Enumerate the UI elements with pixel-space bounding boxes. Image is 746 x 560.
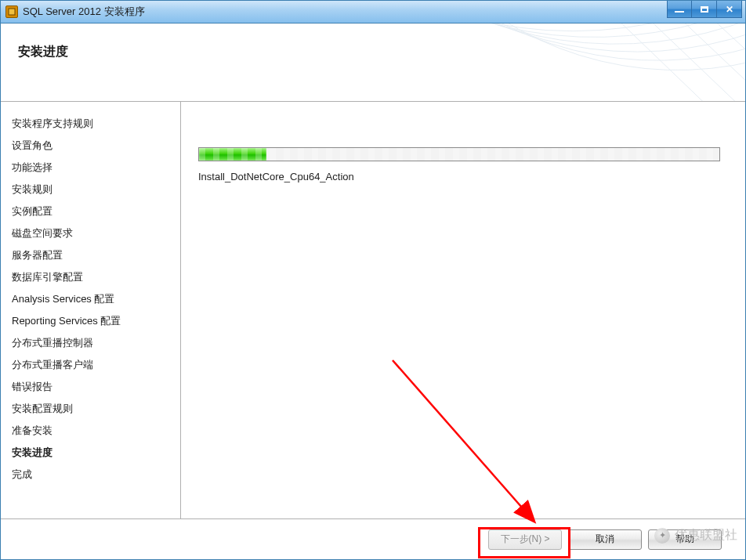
step-item[interactable]: 安装配置规则 [12,398,177,420]
header-decoration [369,23,745,102]
svg-line-5 [698,23,745,47]
window-controls [667,1,742,18]
step-item[interactable]: 完成 [12,464,177,486]
maximize-button[interactable] [692,1,717,18]
svg-line-3 [636,23,745,102]
step-item[interactable]: 服务器配置 [12,244,177,266]
titlebar[interactable]: SQL Server 2012 安装程序 [0,0,746,23]
step-item[interactable]: 分布式重播客户端 [12,354,177,376]
step-list: 安装程序支持规则设置角色功能选择安装规则实例配置磁盘空间要求服务器配置数据库引擎… [12,113,177,486]
help-button[interactable]: 帮助 [648,529,722,550]
minimize-button[interactable] [667,1,692,18]
svg-rect-0 [9,9,15,15]
content-pane: Install_DotNetCore_Cpu64_Action [181,102,745,518]
svg-line-4 [667,23,745,78]
step-item[interactable]: 数据库引擎配置 [12,266,177,288]
client-area: 安装进度 安装程序支持规则设置角色功能选择安装规则实例配置磁盘空间要求服务器配置… [0,23,746,560]
window-title: SQL Server 2012 安装程序 [23,5,145,19]
progress-bar [198,147,720,161]
sidebar: 安装程序支持规则设置角色功能选择安装规则实例配置磁盘空间要求服务器配置数据库引擎… [1,102,181,518]
svg-line-1 [573,23,745,102]
close-button[interactable] [717,1,742,18]
cancel-button[interactable]: 取消 [568,529,642,550]
step-item[interactable]: 安装规则 [12,179,177,201]
app-icon [5,5,18,18]
page-header: 安装进度 [1,23,745,102]
step-item[interactable]: 设置角色 [12,135,177,157]
page-title: 安装进度 [18,44,68,60]
step-item[interactable]: Analysis Services 配置 [12,288,177,310]
step-item[interactable]: 错误报告 [12,376,177,398]
step-item[interactable]: 功能选择 [12,157,177,179]
svg-line-2 [604,23,745,102]
progress-action-label: Install_DotNetCore_Cpu64_Action [198,171,720,182]
step-item[interactable]: 安装进度 [12,442,177,464]
progress-fill [199,148,266,161]
step-item[interactable]: 实例配置 [12,201,177,222]
footer: 下一步(N) > 取消 帮助 [1,518,745,559]
step-item[interactable]: 准备安装 [12,420,177,442]
next-button[interactable]: 下一步(N) > [488,529,562,550]
step-item[interactable]: 磁盘空间要求 [12,222,177,244]
step-item[interactable]: Reporting Services 配置 [12,310,177,332]
step-item[interactable]: 安装程序支持规则 [12,113,177,135]
step-item[interactable]: 分布式重播控制器 [12,332,177,354]
